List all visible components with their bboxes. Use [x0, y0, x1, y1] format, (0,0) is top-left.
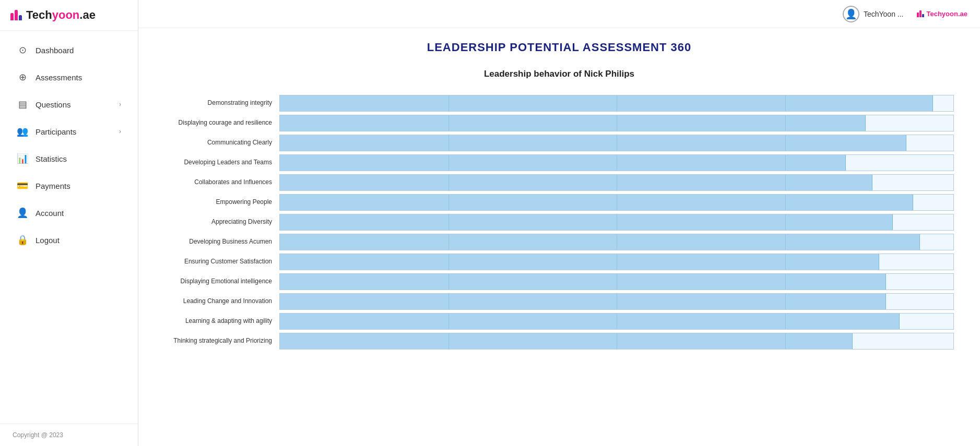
chart-bar-area [279, 273, 954, 290]
chart-row: Appreciating Diversity [164, 214, 954, 231]
chart-bar-fill [280, 333, 853, 349]
sidebar: Techyoon.ae ⊙ Dashboard ⊕ Assessments ▤ … [0, 0, 138, 446]
content-area: LEADERSHIP POTENTIAL ASSESSMENT 360 Lead… [138, 28, 980, 446]
chart-bar-label: Demonstrating integrity [164, 99, 279, 107]
chart-row: Ensuring Customer Satisfaction [164, 254, 954, 270]
avatar: 👤 [843, 6, 859, 22]
assessments-icon: ⊕ [17, 71, 28, 83]
chart-bar-label: Developing Business Acumen [164, 238, 279, 246]
page-title: LEADERSHIP POTENTIAL ASSESSMENT 360 [159, 41, 959, 54]
chart-bar-fill [280, 254, 879, 270]
chart-bar-area [279, 194, 954, 211]
chart-row: Displaying Emotional intelligence [164, 273, 954, 290]
chart-bar-label: Displaying courage and resilience [164, 119, 279, 127]
chart-bar-label: Empowering People [164, 198, 279, 207]
chart-gridline-75 [785, 115, 786, 131]
chart-row: Collaborates and Influences [164, 174, 954, 191]
chart-row: Empowering People [164, 194, 954, 211]
top-bar-logo-icon [917, 10, 924, 17]
sidebar-nav: ⊙ Dashboard ⊕ Assessments ▤ Questions › … [0, 31, 138, 424]
logo-text: Techyoon.ae [26, 8, 96, 22]
sidebar-label-participants: Participants [36, 127, 112, 136]
account-icon: 👤 [17, 207, 28, 219]
chart-bar-fill [280, 214, 893, 230]
chart-bar-area [279, 313, 954, 330]
sidebar-item-participants[interactable]: 👥 Participants › [4, 118, 134, 144]
top-bar: 👤 TechYoon ... Techyoon.ae [138, 0, 980, 28]
top-bar-logo-text: Techyoon.ae [926, 10, 967, 18]
chart-bar-label: Communicating Clearly [164, 139, 279, 147]
chart-gridline-75 [785, 333, 786, 349]
top-bar-user: 👤 TechYoon ... [843, 6, 904, 22]
chart-gridline-75 [785, 214, 786, 230]
chart-row: Leading Change and Innovation [164, 293, 954, 310]
payments-icon: 💳 [17, 180, 28, 191]
logout-icon: 🔒 [17, 234, 28, 246]
sidebar-footer: Copyright @ 2023 [0, 424, 138, 446]
chart-bar-label: Developing Leaders and Teams [164, 159, 279, 167]
chart-bar-fill [280, 234, 920, 250]
username-label: TechYoon ... [864, 10, 904, 18]
chart-row: Developing Leaders and Teams [164, 154, 954, 171]
chart-bar-area [279, 135, 954, 151]
sidebar-label-payments: Payments [36, 182, 121, 190]
sidebar-label-logout: Logout [36, 236, 121, 245]
chart-bar-area [279, 333, 954, 349]
chart-gridline-75 [785, 294, 786, 309]
chart-bar-area [279, 115, 954, 131]
chart-title: Leadership behavior of Nick Philips [159, 69, 959, 79]
sidebar-item-dashboard[interactable]: ⊙ Dashboard [4, 37, 134, 63]
chart-gridline-75 [785, 234, 786, 250]
sidebar-item-account[interactable]: 👤 Account [4, 200, 134, 226]
chart-bar-fill [280, 115, 866, 131]
statistics-icon: 📊 [17, 153, 28, 164]
dashboard-icon: ⊙ [17, 44, 28, 56]
participants-icon: 👥 [17, 126, 28, 137]
chart-bar-label: Learning & adapting with agility [164, 317, 279, 326]
chevron-right-icon: › [119, 101, 121, 108]
chart-gridline-75 [785, 135, 786, 151]
chart-bar-area [279, 95, 954, 112]
logo-icon [10, 10, 22, 20]
chart-bar-area [279, 234, 954, 250]
main-content: 👤 TechYoon ... Techyoon.ae LEADERSHIP PO… [138, 0, 980, 446]
chart-row: Displaying courage and resilience [164, 115, 954, 131]
chart-bar-fill [280, 195, 913, 210]
chart-bar-area [279, 174, 954, 191]
sidebar-label-questions: Questions [36, 100, 112, 109]
chart-bar-label: Appreciating Diversity [164, 218, 279, 226]
chart-row: Demonstrating integrity [164, 95, 954, 112]
sidebar-label-account: Account [36, 209, 121, 218]
chart-gridline-75 [785, 254, 786, 270]
chart-bar-area [279, 214, 954, 231]
chart-gridline-75 [785, 195, 786, 210]
chart-gridline-75 [785, 155, 786, 171]
chart-row: Communicating Clearly [164, 135, 954, 151]
chart-gridline-75 [785, 175, 786, 190]
chart-row: Thinking strategically and Priorizing [164, 333, 954, 349]
chart-bar-fill [280, 135, 906, 151]
bar-chart: Demonstrating integrityDisplaying courag… [159, 95, 959, 349]
chart-bar-fill [280, 274, 886, 290]
chart-gridline-75 [785, 274, 786, 290]
chart-bar-fill [280, 294, 886, 309]
sidebar-item-logout[interactable]: 🔒 Logout [4, 227, 134, 253]
chart-bar-label: Ensuring Customer Satisfaction [164, 258, 279, 266]
chart-bar-area [279, 293, 954, 310]
chart-gridline-75 [785, 314, 786, 329]
chevron-right-icon-2: › [119, 128, 121, 135]
sidebar-item-questions[interactable]: ▤ Questions › [4, 91, 134, 117]
chart-row: Developing Business Acumen [164, 234, 954, 250]
chart-bar-fill [280, 155, 846, 171]
chart-bar-fill [280, 314, 900, 329]
chart-bar-label: Leading Change and Innovation [164, 297, 279, 306]
chart-bar-label: Thinking strategically and Priorizing [164, 337, 279, 345]
chart-row: Learning & adapting with agility [164, 313, 954, 330]
questions-icon: ▤ [17, 99, 28, 110]
chart-bar-label: Displaying Emotional intelligence [164, 278, 279, 286]
sidebar-item-assessments[interactable]: ⊕ Assessments [4, 64, 134, 90]
sidebar-item-statistics[interactable]: 📊 Statistics [4, 146, 134, 172]
sidebar-logo: Techyoon.ae [0, 0, 138, 31]
chart-gridline-75 [785, 95, 786, 111]
sidebar-item-payments[interactable]: 💳 Payments [4, 173, 134, 199]
